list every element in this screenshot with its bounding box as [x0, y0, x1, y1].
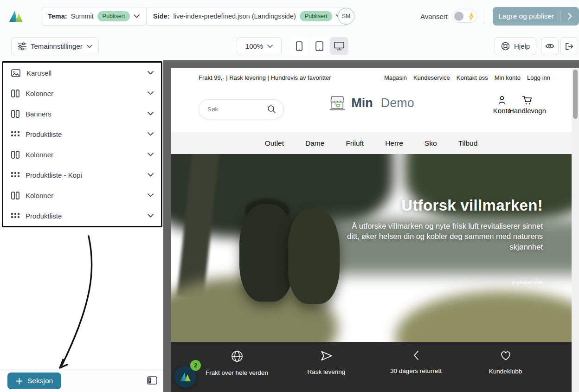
advanced-label: Avansert: [420, 13, 448, 20]
section-label: Kolonner: [26, 90, 148, 97]
site-logo[interactable]: Min Demo: [328, 95, 414, 111]
sidebar-item-kolonner[interactable]: Kolonner: [3, 185, 161, 206]
storefront-icon: [328, 95, 347, 111]
grid-icon: [11, 131, 19, 137]
chevron-down-icon: [148, 153, 154, 156]
mystore-logo-icon[interactable]: [8, 9, 24, 23]
mobile-icon: [296, 41, 302, 51]
send-icon: [321, 350, 333, 361]
chevron-down-icon: [148, 112, 154, 116]
sidebar-bottom-bar: Seksjon: [0, 369, 163, 392]
lightning-bolt-icon: [469, 13, 474, 20]
save-button-label: Lagre og publiser: [493, 12, 560, 20]
theme-value: Summit: [71, 13, 94, 20]
columns-icon: [11, 151, 19, 159]
announcement-link-kundeservice[interactable]: Kundeservice: [413, 74, 450, 81]
sidebar-item-kolonner[interactable]: Kolonner: [3, 83, 161, 103]
editor-toolbar: Temainnstillinger 100%: [0, 32, 579, 60]
exit-editor-button[interactable]: [560, 37, 578, 55]
workspace: KarusellKolonnerBannersProduktlisteKolon…: [0, 60, 579, 392]
chevron-down-icon: [148, 132, 154, 136]
cart-label: Handlevogn: [509, 107, 546, 115]
divider: [484, 8, 484, 24]
life-ring-icon: [501, 42, 510, 51]
sidebar-item-banners[interactable]: Banners: [3, 103, 161, 124]
announcement-link-kontakt-oss[interactable]: Kontakt oss: [457, 74, 488, 81]
mobile-view-button[interactable]: [290, 37, 309, 55]
add-section-button[interactable]: Seksjon: [7, 373, 61, 389]
site-search-box[interactable]: [199, 99, 284, 119]
desktop-icon: [334, 42, 344, 51]
preview-button[interactable]: [541, 37, 559, 55]
nav-link-friluft[interactable]: Friluft: [346, 139, 364, 148]
hero-subtitle: Å utforske villmarken og nyte frisk luft…: [343, 221, 543, 252]
feature-label: 30 dagers returrett: [390, 367, 442, 374]
sidebar-item-produktliste[interactable]: Produktliste: [3, 124, 161, 144]
page-label: Side:: [153, 13, 169, 20]
section-label: Produktliste: [26, 212, 148, 220]
page-status-badge: Publisert: [300, 11, 333, 21]
mystore-logo-icon: [180, 372, 192, 382]
announcement-link-magasin[interactable]: Magasin: [384, 74, 407, 81]
tablet-view-button[interactable]: [310, 37, 328, 55]
preview-canvas: Frakt 99,- | Rask levering | Hundrevis a…: [163, 60, 579, 392]
section-list: KarusellKolonnerBannersProduktlisteKolon…: [2, 61, 162, 227]
page-selector-dropdown[interactable]: Side: live-index-predefined.json (Landin…: [146, 7, 349, 26]
site-preview: Frakt 99,- | Rask levering | Hundrevis a…: [171, 68, 579, 392]
help-label: Hjelp: [514, 42, 530, 50]
chevron-down-icon: [134, 14, 140, 18]
chevron-down-icon: [148, 91, 154, 95]
nav-link-outlet[interactable]: Outlet: [265, 139, 284, 148]
preview-scrollbar-track[interactable]: [572, 68, 579, 392]
feature-frakt-over-hele-verden[interactable]: Frakt over hele verden: [192, 342, 282, 392]
search-input[interactable]: [207, 106, 267, 113]
announcement-bar: Frakt 99,- | Rask levering | Hundrevis a…: [171, 68, 572, 87]
columns-icon: [11, 90, 19, 97]
chevron-down-icon: [148, 193, 154, 197]
save-and-publish-button[interactable]: Lagre og publiser: [493, 7, 579, 26]
feature-30-dagers-returrett[interactable]: 30 dagers returrett: [371, 342, 461, 392]
nav-link-herre[interactable]: Herre: [385, 139, 403, 148]
grid-icon: [11, 172, 19, 178]
chevron-down-icon: [148, 173, 154, 177]
hero-title: Utforsk villmarken!: [343, 197, 543, 214]
section-label: Banners: [26, 110, 148, 118]
theme-editor-app: Tema: Summit Publisert Side: live-index-…: [0, 0, 579, 392]
hero-scenery: [395, 291, 572, 342]
collapse-sidebar-button[interactable]: [146, 374, 159, 387]
sidebar-item-produktliste-kopi[interactable]: Produktliste - Kopi: [3, 165, 161, 185]
search-icon[interactable]: [267, 105, 276, 114]
sidebar-item-karusell[interactable]: Karusell: [3, 63, 161, 83]
desktop-view-button[interactable]: [330, 37, 348, 55]
hero-banner[interactable]: Utforsk villmarken! Å utforske villmarke…: [171, 154, 572, 342]
zoom-level-dropdown[interactable]: 100%: [237, 37, 282, 55]
feature-label: Frakt over hele verden: [206, 369, 268, 376]
sidebar-item-produktliste[interactable]: Produktliste: [3, 206, 161, 226]
feature-label: Kundeklubb: [489, 368, 522, 375]
announcement-link-logg-inn[interactable]: Logg inn: [527, 74, 550, 81]
columns-icon: [11, 110, 19, 118]
advanced-toggle[interactable]: [452, 10, 477, 23]
nav-link-tilbud[interactable]: Tilbud: [458, 139, 478, 148]
feature-kundeklubb[interactable]: Kundeklubb: [461, 342, 550, 392]
cart-link[interactable]: Handlevogn: [509, 96, 546, 115]
feature-rask-levering[interactable]: Rask levering: [282, 342, 371, 392]
hero-image-credit: AI generert bilde: [512, 280, 543, 285]
grid-icon: [11, 213, 19, 219]
announcement-link-min-konto[interactable]: Min konto: [495, 74, 521, 81]
zoom-value: 100%: [245, 42, 263, 50]
theme-settings-dropdown[interactable]: Temainnstillinger: [11, 37, 99, 55]
help-button[interactable]: Hjelp: [495, 37, 536, 55]
sidebar-item-kolonner[interactable]: Kolonner: [3, 144, 161, 165]
user-avatar[interactable]: SM: [338, 8, 354, 25]
toggle-knob: [454, 12, 463, 21]
preview-scrollbar-thumb[interactable]: [573, 70, 578, 119]
page-value: live-index-predefined.json (Landingsside…: [173, 13, 296, 20]
nav-link-sko[interactable]: Sko: [425, 139, 437, 148]
nav-link-dame[interactable]: Dame: [305, 139, 324, 148]
tablet-icon: [315, 41, 323, 51]
chevron-down-icon: [148, 214, 154, 218]
image-icon: [11, 69, 20, 77]
theme-selector-dropdown[interactable]: Tema: Summit Publisert: [41, 7, 147, 26]
section-label: Kolonner: [26, 151, 148, 159]
